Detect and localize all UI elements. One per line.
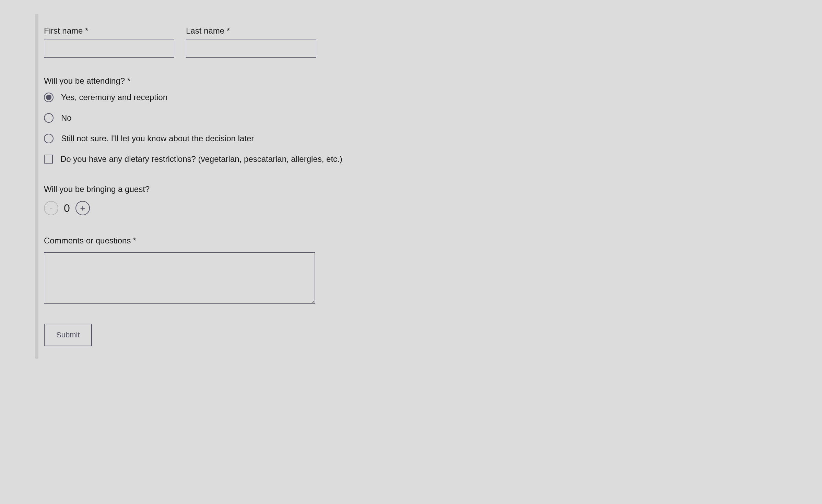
attending-label: Will you be attending? *: [44, 76, 822, 86]
checkbox-icon: [44, 155, 53, 164]
name-row: First name * Last name *: [44, 26, 822, 58]
last-name-group: Last name *: [186, 26, 316, 58]
last-name-input[interactable]: [186, 39, 316, 58]
radio-icon: [44, 134, 54, 143]
stepper-plus-button[interactable]: +: [75, 201, 90, 215]
radio-label-yes: Yes, ceremony and reception: [61, 93, 167, 102]
comments-label: Comments or questions *: [44, 236, 822, 245]
radio-option-yes[interactable]: Yes, ceremony and reception: [44, 93, 822, 102]
guest-label: Will you be bringing a guest?: [44, 184, 822, 194]
last-name-label: Last name *: [186, 26, 316, 36]
first-name-label: First name *: [44, 26, 174, 36]
submit-button[interactable]: Submit: [44, 324, 92, 346]
guest-stepper: - 0 +: [44, 201, 822, 215]
first-name-group: First name *: [44, 26, 174, 58]
form-content: First name * Last name * Will you be att…: [44, 14, 822, 359]
first-name-input[interactable]: [44, 39, 174, 58]
radio-option-no[interactable]: No: [44, 113, 822, 123]
dietary-label: Do you have any dietary restrictions? (v…: [60, 154, 342, 164]
minus-icon: -: [50, 204, 53, 213]
scrollbar-indicator: [35, 14, 38, 359]
radio-option-unsure[interactable]: Still not sure. I'll let you know about …: [44, 134, 822, 143]
guest-count-value: 0: [63, 202, 71, 215]
comments-textarea[interactable]: [44, 252, 315, 304]
submit-button-label: Submit: [56, 331, 80, 339]
guest-block: Will you be bringing a guest? - 0 +: [44, 184, 822, 215]
radio-label-no: No: [61, 113, 72, 123]
plus-icon: +: [80, 204, 85, 213]
stepper-minus-button[interactable]: -: [44, 201, 58, 215]
dietary-checkbox-row[interactable]: Do you have any dietary restrictions? (v…: [44, 154, 822, 164]
radio-label-unsure: Still not sure. I'll let you know about …: [61, 134, 254, 143]
attending-block: Will you be attending? * Yes, ceremony a…: [44, 76, 822, 164]
radio-icon: [44, 93, 54, 102]
radio-inner-icon: [46, 95, 51, 100]
comments-block: Comments or questions *: [44, 236, 822, 306]
radio-icon: [44, 113, 54, 123]
rsvp-form: First name * Last name * Will you be att…: [44, 14, 822, 359]
